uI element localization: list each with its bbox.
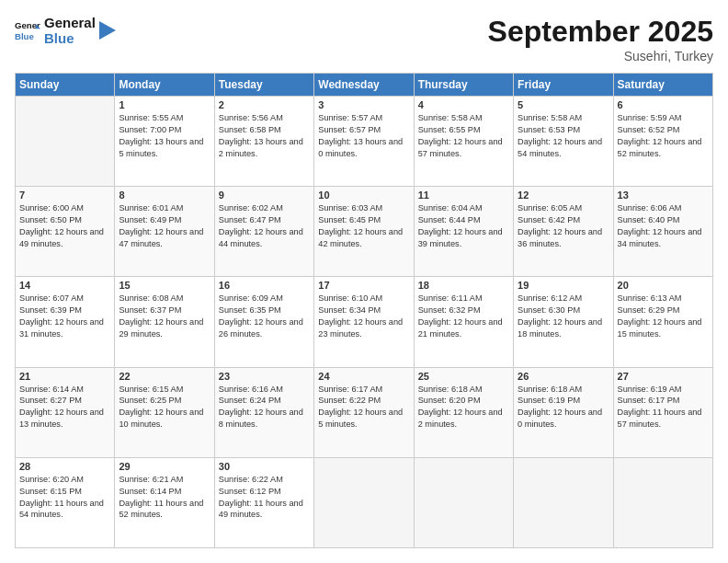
day-number: 10 [318, 190, 409, 201]
weekday-header-thursday: Thursday [414, 74, 513, 97]
day-number: 25 [418, 371, 509, 382]
day-info: Sunrise: 6:21 AMSunset: 6:14 PMDaylight:… [119, 475, 203, 520]
day-number: 21 [19, 371, 110, 382]
day-info: Sunrise: 6:08 AMSunset: 6:37 PMDaylight:… [119, 293, 203, 339]
day-cell: 26Sunrise: 6:18 AMSunset: 6:19 PMDayligh… [514, 367, 613, 457]
day-info: Sunrise: 5:56 AMSunset: 6:58 PMDaylight:… [219, 113, 303, 158]
day-number: 30 [219, 461, 310, 472]
day-number: 28 [19, 461, 110, 472]
day-cell: 12Sunrise: 6:05 AMSunset: 6:42 PMDayligh… [514, 187, 613, 277]
day-cell: 30Sunrise: 6:22 AMSunset: 6:12 PMDayligh… [214, 457, 313, 547]
day-number: 24 [318, 371, 409, 382]
day-cell [613, 457, 712, 547]
day-number: 5 [518, 99, 609, 110]
day-info: Sunrise: 6:17 AMSunset: 6:22 PMDaylight:… [318, 385, 403, 430]
header: General Blue General Blue September 2025… [15, 15, 713, 63]
day-info: Sunrise: 6:19 AMSunset: 6:17 PMDaylight:… [618, 385, 702, 430]
day-number: 22 [119, 371, 210, 382]
weekday-header-monday: Monday [115, 74, 214, 97]
month-title: September 2025 [488, 15, 713, 49]
day-info: Sunrise: 6:00 AMSunset: 6:50 PMDaylight:… [19, 203, 104, 248]
day-cell [16, 97, 115, 187]
day-number: 11 [418, 190, 509, 201]
day-cell: 22Sunrise: 6:15 AMSunset: 6:25 PMDayligh… [115, 367, 214, 457]
day-cell: 24Sunrise: 6:17 AMSunset: 6:22 PMDayligh… [314, 367, 414, 457]
day-cell: 21Sunrise: 6:14 AMSunset: 6:27 PMDayligh… [16, 367, 115, 457]
day-info: Sunrise: 6:14 AMSunset: 6:27 PMDaylight:… [19, 385, 104, 430]
day-number: 7 [19, 190, 110, 201]
day-info: Sunrise: 6:15 AMSunset: 6:25 PMDaylight:… [119, 385, 203, 430]
day-info: Sunrise: 6:05 AMSunset: 6:42 PMDaylight:… [518, 203, 602, 248]
day-cell [514, 457, 613, 547]
day-cell: 15Sunrise: 6:08 AMSunset: 6:37 PMDayligh… [115, 277, 214, 367]
day-info: Sunrise: 6:03 AMSunset: 6:45 PMDaylight:… [318, 203, 403, 248]
day-cell: 3Sunrise: 5:57 AMSunset: 6:57 PMDaylight… [314, 97, 414, 187]
day-number: 14 [19, 280, 110, 291]
day-info: Sunrise: 6:18 AMSunset: 6:20 PMDaylight:… [418, 385, 503, 430]
day-cell: 29Sunrise: 6:21 AMSunset: 6:14 PMDayligh… [115, 457, 214, 547]
day-info: Sunrise: 6:02 AMSunset: 6:47 PMDaylight:… [219, 203, 303, 248]
logo-blue: Blue [44, 30, 96, 46]
day-info: Sunrise: 5:58 AMSunset: 6:55 PMDaylight:… [418, 113, 503, 158]
day-info: Sunrise: 6:10 AMSunset: 6:34 PMDaylight:… [318, 293, 403, 339]
day-cell: 9Sunrise: 6:02 AMSunset: 6:47 PMDaylight… [214, 187, 313, 277]
day-info: Sunrise: 5:57 AMSunset: 6:57 PMDaylight:… [318, 113, 403, 158]
day-cell: 13Sunrise: 6:06 AMSunset: 6:40 PMDayligh… [613, 187, 712, 277]
weekday-header-tuesday: Tuesday [214, 74, 313, 97]
day-info: Sunrise: 6:07 AMSunset: 6:39 PMDaylight:… [19, 293, 104, 339]
day-info: Sunrise: 6:06 AMSunset: 6:40 PMDaylight:… [618, 203, 702, 248]
day-info: Sunrise: 5:55 AMSunset: 7:00 PMDaylight:… [119, 113, 203, 158]
week-row-4: 21Sunrise: 6:14 AMSunset: 6:27 PMDayligh… [16, 367, 713, 457]
weekday-header-saturday: Saturday [613, 74, 712, 97]
weekday-header-friday: Friday [514, 74, 613, 97]
day-number: 12 [518, 190, 609, 201]
day-cell: 7Sunrise: 6:00 AMSunset: 6:50 PMDaylight… [16, 187, 115, 277]
day-number: 26 [518, 371, 609, 382]
logo-icon: General Blue [15, 17, 40, 43]
day-number: 20 [618, 280, 709, 291]
day-number: 29 [119, 461, 210, 472]
day-number: 13 [618, 190, 709, 201]
day-number: 9 [219, 190, 310, 201]
day-info: Sunrise: 5:58 AMSunset: 6:53 PMDaylight:… [518, 113, 602, 158]
day-number: 1 [119, 99, 210, 110]
day-cell: 1Sunrise: 5:55 AMSunset: 7:00 PMDaylight… [115, 97, 214, 187]
svg-text:Blue: Blue [15, 31, 34, 41]
weekday-header-row: SundayMondayTuesdayWednesdayThursdayFrid… [16, 74, 713, 97]
day-number: 16 [219, 280, 310, 291]
weekday-header-sunday: Sunday [16, 74, 115, 97]
day-number: 18 [418, 280, 509, 291]
location-subtitle: Susehri, Turkey [488, 49, 713, 63]
day-info: Sunrise: 5:59 AMSunset: 6:52 PMDaylight:… [618, 113, 702, 158]
day-number: 17 [318, 280, 409, 291]
week-row-1: 1Sunrise: 5:55 AMSunset: 7:00 PMDaylight… [16, 97, 713, 187]
day-info: Sunrise: 6:01 AMSunset: 6:49 PMDaylight:… [119, 203, 203, 248]
day-cell: 5Sunrise: 5:58 AMSunset: 6:53 PMDaylight… [514, 97, 613, 187]
day-info: Sunrise: 6:20 AMSunset: 6:15 PMDaylight:… [19, 475, 104, 520]
day-cell: 10Sunrise: 6:03 AMSunset: 6:45 PMDayligh… [314, 187, 414, 277]
day-cell: 8Sunrise: 6:01 AMSunset: 6:49 PMDaylight… [115, 187, 214, 277]
day-number: 15 [119, 280, 210, 291]
day-cell: 4Sunrise: 5:58 AMSunset: 6:55 PMDaylight… [414, 97, 513, 187]
day-cell: 14Sunrise: 6:07 AMSunset: 6:39 PMDayligh… [16, 277, 115, 367]
day-cell: 28Sunrise: 6:20 AMSunset: 6:15 PMDayligh… [16, 457, 115, 547]
day-info: Sunrise: 6:12 AMSunset: 6:30 PMDaylight:… [518, 293, 602, 339]
week-row-2: 7Sunrise: 6:00 AMSunset: 6:50 PMDaylight… [16, 187, 713, 277]
day-info: Sunrise: 6:09 AMSunset: 6:35 PMDaylight:… [219, 293, 303, 339]
day-number: 3 [318, 99, 409, 110]
day-cell: 20Sunrise: 6:13 AMSunset: 6:29 PMDayligh… [613, 277, 712, 367]
day-cell: 16Sunrise: 6:09 AMSunset: 6:35 PMDayligh… [214, 277, 313, 367]
day-cell: 27Sunrise: 6:19 AMSunset: 6:17 PMDayligh… [613, 367, 712, 457]
day-cell: 25Sunrise: 6:18 AMSunset: 6:20 PMDayligh… [414, 367, 513, 457]
day-cell: 17Sunrise: 6:10 AMSunset: 6:34 PMDayligh… [314, 277, 414, 367]
day-info: Sunrise: 6:16 AMSunset: 6:24 PMDaylight:… [219, 385, 303, 430]
day-cell: 18Sunrise: 6:11 AMSunset: 6:32 PMDayligh… [414, 277, 513, 367]
day-number: 27 [618, 371, 709, 382]
day-cell [414, 457, 513, 547]
day-number: 2 [219, 99, 310, 110]
day-info: Sunrise: 6:18 AMSunset: 6:19 PMDaylight:… [518, 385, 602, 430]
day-number: 4 [418, 99, 509, 110]
day-number: 8 [119, 190, 210, 201]
day-cell: 2Sunrise: 5:56 AMSunset: 6:58 PMDaylight… [214, 97, 313, 187]
day-info: Sunrise: 6:22 AMSunset: 6:12 PMDaylight:… [219, 475, 303, 520]
